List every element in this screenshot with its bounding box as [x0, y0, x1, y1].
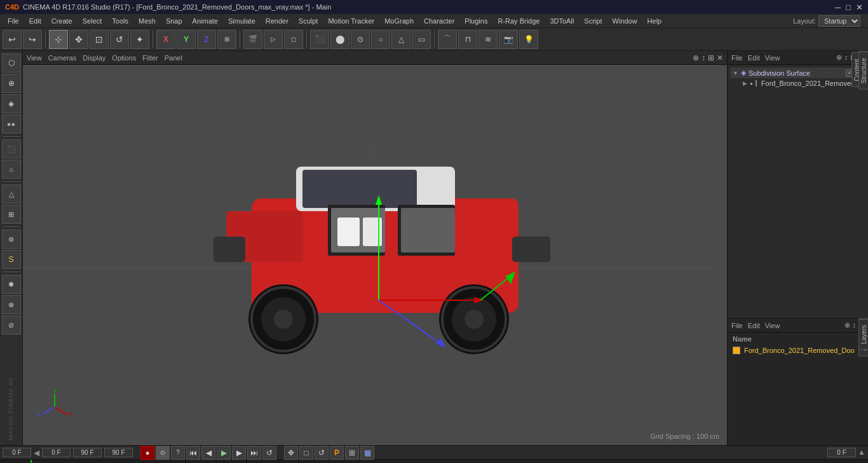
viewport-lock[interactable]: ↕ — [702, 53, 705, 62]
model-mode[interactable]: ⬛ — [2, 139, 21, 158]
mode-points[interactable]: ●● — [2, 114, 21, 134]
menu-snap[interactable]: Snap — [161, 16, 187, 26]
cone-primitive[interactable]: △ — [391, 30, 410, 49]
menu-vray[interactable]: R-Ray Bridge — [492, 16, 545, 26]
playback-mode-1[interactable]: ✥ — [284, 446, 298, 460]
viewport-settings[interactable]: ⊞ — [708, 53, 714, 62]
objects-panel-icon1[interactable]: ⊕ — [836, 53, 842, 62]
cylinder-primitive[interactable]: ⊙ — [351, 30, 370, 49]
render-region[interactable]: 🎬 — [243, 30, 262, 49]
menu-mesh[interactable]: Mesh — [133, 16, 161, 26]
playback-mode-5[interactable]: ▦ — [360, 446, 374, 460]
mode-edge[interactable]: ⊕ — [2, 74, 21, 93]
menu-edit[interactable]: Edit — [24, 16, 46, 26]
end-frame-input-1[interactable] — [73, 448, 102, 457]
end-frame-input-2[interactable] — [104, 448, 133, 457]
tree-item-subdivision[interactable]: ▼ ◈ Subdivision Surface ✓ ✓ — [730, 67, 865, 78]
menu-character[interactable]: Character — [419, 16, 459, 26]
menu-create[interactable]: Create — [46, 16, 78, 26]
axis-y[interactable]: Y — [177, 30, 196, 49]
menu-tools[interactable]: Tools — [107, 16, 133, 26]
fps-frame-input[interactable] — [827, 448, 856, 457]
viewport-maximize[interactable]: ⊕ — [693, 53, 699, 62]
redo-button[interactable]: ↪ — [23, 30, 42, 49]
auto-key-button[interactable]: ⊙ — [156, 446, 170, 460]
menu-select[interactable]: Select — [78, 16, 107, 26]
snap-button[interactable]: △ — [2, 184, 21, 204]
spline-tool[interactable]: ⌒ — [438, 30, 457, 49]
deform-tool[interactable]: ≋ — [478, 30, 498, 49]
render-to-picture[interactable]: ◻ — [284, 30, 303, 49]
menu-help[interactable]: Help — [642, 16, 667, 26]
axis-z[interactable]: Z — [197, 30, 216, 49]
record-button[interactable]: ● — [140, 446, 154, 460]
go-start-button[interactable]: ⏮ — [186, 446, 200, 460]
menu-animate[interactable]: Animate — [187, 16, 223, 26]
attr-view-menu[interactable]: View — [765, 322, 780, 329]
objects-panel-icon2[interactable]: ↕ — [844, 53, 848, 62]
playback-mode-3[interactable]: ↺ — [315, 446, 329, 460]
loop-button[interactable]: ↺ — [262, 446, 276, 460]
viewport-filter-menu[interactable]: Filter — [142, 54, 158, 62]
menu-render[interactable]: Render — [261, 16, 294, 26]
scale-tool[interactable]: ⊡ — [90, 30, 109, 49]
play-button[interactable]: ▶ — [217, 446, 231, 460]
attr-file-menu[interactable]: File — [731, 322, 743, 329]
axis-x[interactable]: X — [156, 30, 175, 49]
menu-sculpt[interactable]: Sculpt — [294, 16, 323, 26]
fps-arrow[interactable]: ▲ — [858, 448, 865, 457]
xray-mode[interactable]: S — [2, 250, 21, 269]
attr-icon1[interactable]: ⊕ — [844, 321, 850, 329]
camera-tool[interactable]: 📷 — [499, 30, 518, 49]
grid-snap[interactable]: ⊞ — [2, 205, 21, 224]
playback-mode-p[interactable]: P — [330, 446, 344, 460]
viewport-options-menu[interactable]: Options — [112, 54, 136, 62]
attr-edit-menu[interactable]: Edit — [748, 322, 760, 329]
undo-button[interactable]: ↩ — [3, 30, 22, 49]
mode-object[interactable]: ⬡ — [2, 53, 21, 73]
menu-script[interactable]: Script — [579, 16, 607, 26]
menu-window[interactable]: Window — [607, 16, 642, 26]
viewport-display-menu[interactable]: Display — [83, 54, 105, 62]
motion-track-button[interactable]: ? — [171, 446, 185, 460]
maximize-button[interactable]: □ — [846, 3, 851, 12]
mograph-tool[interactable]: ⊗ — [2, 295, 21, 314]
playback-mode-4[interactable]: ⊞ — [345, 446, 359, 460]
next-frame-button[interactable]: ▶ — [232, 446, 246, 460]
cube-primitive[interactable]: ⬛ — [310, 30, 329, 49]
torus-primitive[interactable]: ○ — [371, 30, 390, 49]
menu-file[interactable]: File — [3, 16, 24, 26]
objects-edit-menu[interactable]: Edit — [748, 54, 760, 62]
objects-view-menu[interactable]: View — [765, 54, 780, 62]
playback-mode-2[interactable]: □ — [299, 446, 313, 460]
layers-tab[interactable]: Layers — [858, 319, 868, 350]
texture-mode[interactable]: ⌂ — [2, 160, 21, 179]
boole-tool[interactable]: ✱ — [2, 275, 21, 294]
current-frame-input[interactable] — [3, 448, 31, 457]
close-button[interactable]: ✕ — [856, 3, 863, 12]
select-tool[interactable]: ⊹ — [49, 30, 68, 49]
nurbs-tool[interactable]: ⊓ — [458, 30, 477, 49]
sphere-primitive[interactable]: ⬤ — [330, 30, 349, 49]
menu-motion-tracker[interactable]: Motion Tracker — [323, 16, 379, 26]
menu-3dtoall[interactable]: 3DToAll — [545, 16, 579, 26]
light-tool[interactable]: 💡 — [519, 30, 538, 49]
render-view[interactable]: ▷ — [264, 30, 283, 49]
objects-file-menu[interactable]: File — [731, 54, 743, 62]
viewport-panel-menu[interactable]: Panel — [165, 54, 182, 62]
move-tool[interactable]: ✥ — [69, 30, 88, 49]
menu-mograph[interactable]: MoGraph — [379, 16, 419, 26]
minimize-button[interactable]: ─ — [835, 3, 841, 12]
structure-tab[interactable]: Structure — [858, 52, 868, 90]
menu-simulate[interactable]: Simulate — [223, 16, 261, 26]
render-active[interactable]: ⊚ — [2, 230, 21, 249]
viewport-cameras-menu[interactable]: Cameras — [48, 54, 77, 62]
layout-select[interactable]: Startup — [818, 15, 860, 27]
mode-polygon[interactable]: ◈ — [2, 94, 21, 113]
effector-tool[interactable]: ⊘ — [2, 315, 21, 335]
start-frame-input[interactable] — [42, 448, 71, 457]
viewport-view-menu[interactable]: View — [27, 54, 42, 62]
attr-icon2[interactable]: ↕ — [853, 321, 857, 329]
menu-plugins[interactable]: Plugins — [459, 16, 492, 26]
go-end-button[interactable]: ⏭ — [247, 446, 261, 460]
